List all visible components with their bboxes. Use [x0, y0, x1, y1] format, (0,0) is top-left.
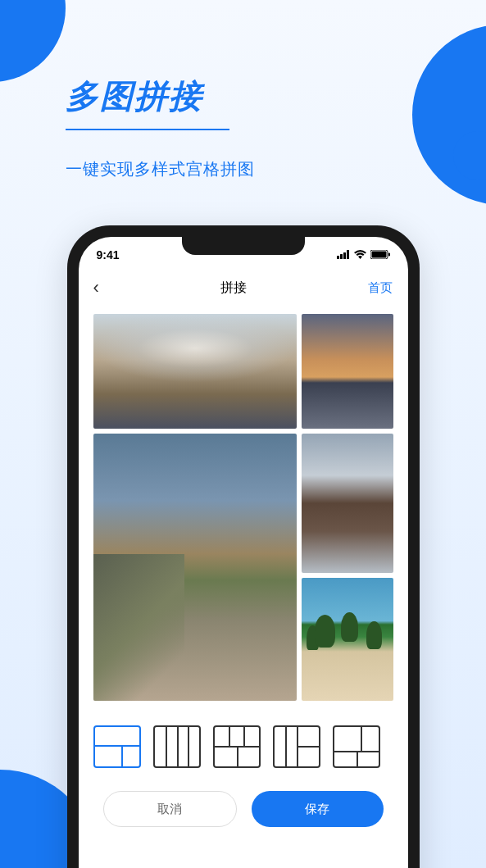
- status-time: 9:41: [97, 248, 120, 261]
- collage-cell-1[interactable]: [93, 314, 297, 429]
- signal-icon: [337, 248, 350, 262]
- promo-subtitle: 一键实现多样式宫格拼图: [66, 158, 437, 180]
- save-button[interactable]: 保存: [252, 791, 384, 827]
- layout-option-4[interactable]: [273, 725, 320, 768]
- action-row: 取消 保存: [79, 783, 408, 827]
- promo-title: 多图拼接: [66, 74, 437, 119]
- promo-header: 多图拼接 一键实现多样式宫格拼图: [66, 74, 437, 180]
- layout-option-row: [79, 709, 408, 783]
- title-underline: [66, 129, 229, 130]
- phone-frame: 9:41 ‹ 拼接 首页: [67, 225, 420, 868]
- battery-icon: [370, 248, 390, 262]
- nav-title: 拼接: [220, 279, 247, 297]
- layout-option-2[interactable]: [153, 725, 201, 768]
- svg-rect-1: [340, 254, 343, 259]
- nav-bar: ‹ 拼接 首页: [79, 270, 408, 306]
- collage-cell-5[interactable]: [302, 578, 393, 701]
- decoration-circle: [0, 0, 66, 82]
- status-icons: [337, 248, 390, 262]
- svg-rect-3: [347, 250, 349, 259]
- back-icon[interactable]: ‹: [93, 277, 99, 298]
- phone-notch: [182, 237, 305, 255]
- svg-rect-0: [337, 256, 339, 259]
- collage-cell-4[interactable]: [302, 434, 393, 573]
- layout-option-3[interactable]: [213, 725, 261, 768]
- layout-option-1[interactable]: [93, 725, 141, 768]
- collage-cell-3[interactable]: [93, 434, 297, 701]
- home-button[interactable]: 首页: [368, 280, 393, 296]
- wifi-icon: [354, 248, 366, 262]
- svg-rect-2: [343, 252, 346, 259]
- cancel-button[interactable]: 取消: [103, 791, 237, 827]
- collage-cell-2[interactable]: [302, 314, 393, 429]
- svg-rect-5: [371, 252, 386, 258]
- svg-rect-6: [388, 253, 390, 257]
- layout-option-5[interactable]: [333, 725, 380, 768]
- collage-preview: [93, 314, 393, 701]
- phone-screen: 9:41 ‹ 拼接 首页: [79, 237, 408, 868]
